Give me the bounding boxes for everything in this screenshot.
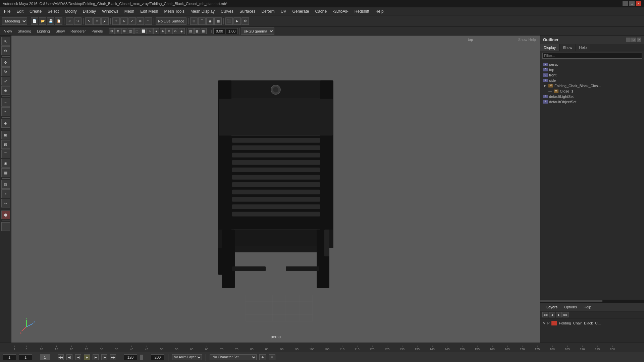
vp-icon-1[interactable]: ⊡: [109, 28, 115, 34]
gamma-select[interactable]: sRGB gamma: [241, 27, 274, 35]
maximize-button[interactable]: □: [629, 1, 635, 6]
anim-layer-select[interactable]: No Anim Layer: [172, 354, 202, 360]
layer-name[interactable]: Folding_Chair_Black_C...: [559, 321, 601, 325]
paint-select-button[interactable]: 🖌: [101, 17, 109, 25]
outliner-hscrollbar-thumb[interactable]: [540, 300, 602, 302]
vp-icon-4[interactable]: ◫: [128, 28, 134, 34]
universal-manip-button[interactable]: ⊕: [137, 17, 144, 25]
soft-manip-button[interactable]: ~: [145, 17, 152, 25]
outliner-minimize[interactable]: —: [626, 38, 631, 42]
menu-modify[interactable]: Modify: [62, 8, 79, 14]
show-help-label[interactable]: Show Help: [518, 38, 536, 42]
char-set-select[interactable]: No Character Set: [210, 354, 257, 360]
redo-button[interactable]: ↪: [74, 17, 82, 25]
layers-nav-last[interactable]: ▶▶: [562, 312, 569, 317]
minimize-button[interactable]: —: [623, 1, 628, 6]
open-file-button[interactable]: 📂: [39, 17, 46, 25]
timeline-start-frame[interactable]: 1: [3, 354, 16, 360]
vp-size-1[interactable]: ▤: [188, 28, 194, 34]
show-manip-tool[interactable]: ⊗: [1, 119, 10, 128]
outliner-item-lightset[interactable]: S defaultLightSet: [540, 94, 644, 99]
vp-icon-6[interactable]: ⬜: [141, 28, 147, 34]
save-as-button[interactable]: 📋: [55, 17, 62, 25]
select-tool-button[interactable]: ↖: [85, 17, 93, 25]
scale-tool-button[interactable]: ⤢: [128, 17, 136, 25]
playback-next-key[interactable]: |▶: [101, 354, 107, 360]
outliner-tab-display[interactable]: Display: [540, 44, 559, 51]
layers-tab-layers[interactable]: Layers: [543, 304, 561, 310]
menu-help[interactable]: Help: [373, 8, 386, 14]
char-set-menu[interactable]: ▼: [269, 354, 275, 360]
layer-visible[interactable]: V: [543, 321, 545, 325]
gamma-input[interactable]: 1.00: [226, 28, 238, 34]
view-menu[interactable]: View: [1, 28, 15, 34]
outliner-hscrollbar[interactable]: [540, 300, 644, 302]
sculpt-tool[interactable]: ⌁: [1, 107, 10, 116]
layers-tab-help[interactable]: Help: [580, 304, 595, 310]
menu-create[interactable]: Create: [27, 8, 44, 14]
lighting-menu[interactable]: Lighting: [34, 28, 53, 34]
undo-button[interactable]: ↩: [66, 17, 73, 25]
outliner-tab-help[interactable]: Help: [576, 44, 591, 51]
vp-icon-7[interactable]: ○: [147, 28, 153, 34]
outliner-search-input[interactable]: [542, 53, 642, 59]
outliner-item-objectset[interactable]: S defaultObjectSet: [540, 99, 644, 105]
vp-icon-3[interactable]: ⊞: [121, 28, 127, 34]
snap-point-button[interactable]: ◉: [206, 17, 214, 25]
layers-nav-prev[interactable]: ◀: [549, 312, 555, 317]
menu-select[interactable]: Select: [45, 8, 61, 14]
soft-mod-tool[interactable]: ~: [1, 98, 10, 107]
vp-icon-9[interactable]: ⊕: [160, 28, 166, 34]
snap-curve-button[interactable]: ⌒: [198, 17, 206, 25]
surface-snap[interactable]: ▦: [1, 168, 10, 177]
render-button[interactable]: ⬛: [225, 17, 233, 25]
paint-select-tool[interactable]: ⊙: [1, 46, 10, 55]
timeline-total-end[interactable]: 200: [151, 354, 164, 360]
outliner-float[interactable]: □: [631, 38, 636, 42]
scale-tool[interactable]: ⤢: [1, 77, 10, 85]
universal-manip[interactable]: ⊕: [1, 86, 10, 95]
outliner-item-close1[interactable]: — M Close_1: [546, 88, 644, 94]
menu-3dttoall[interactable]: -3DtoAll-: [330, 8, 351, 14]
rotate-tool-button[interactable]: ↻: [120, 17, 128, 25]
menu-windows[interactable]: Windows: [99, 8, 121, 14]
timeline-keyframe-box[interactable]: [40, 354, 50, 360]
playback-beginning[interactable]: ◀◀: [58, 354, 64, 360]
vp-size-2[interactable]: ▩: [194, 28, 200, 34]
playback-end[interactable]: ▶▶: [110, 354, 116, 360]
layers-nav-next[interactable]: ▶: [556, 312, 562, 317]
outliner-close[interactable]: ✕: [637, 38, 641, 42]
curve-display[interactable]: ⌒: [1, 149, 10, 158]
outliner-item-persp[interactable]: C persp: [540, 62, 644, 67]
workspace-selector[interactable]: Modeling: [2, 17, 27, 25]
snap-toggle[interactable]: ⊞: [1, 131, 10, 139]
save-file-button[interactable]: 💾: [47, 17, 54, 25]
snap-grid-button[interactable]: ⊞: [190, 17, 198, 25]
close-button[interactable]: ✕: [636, 1, 641, 6]
timeline-ruler[interactable]: 1510152025303540455055606570758085909510…: [0, 343, 644, 352]
vp-icon-11[interactable]: ⊙: [172, 28, 178, 34]
menu-file[interactable]: File: [1, 8, 13, 14]
menu-deform[interactable]: Deform: [259, 8, 277, 14]
menu-uv[interactable]: UV: [278, 8, 289, 14]
vp-icon-12[interactable]: ◈: [179, 28, 185, 34]
menu-mesh-display[interactable]: Mesh Display: [188, 8, 217, 14]
layer-playback[interactable]: P: [547, 321, 550, 325]
outliner-tab-show[interactable]: Show: [559, 44, 576, 51]
menu-mesh-tools[interactable]: Mesh Tools: [162, 8, 187, 14]
set-key-button[interactable]: ⬤: [1, 210, 10, 219]
menu-edit-mesh[interactable]: Edit Mesh: [138, 8, 161, 14]
ipr-render-button[interactable]: ▶: [233, 17, 241, 25]
snap-surface-button[interactable]: ▦: [214, 17, 222, 25]
move-tool-button[interactable]: ✛: [112, 17, 120, 25]
menu-cache[interactable]: Cache: [312, 8, 329, 14]
select-tool[interactable]: ↖: [1, 37, 10, 46]
menu-generate[interactable]: Generate: [289, 8, 312, 14]
renderer-menu[interactable]: Renderer: [68, 28, 89, 34]
outliner-item-top[interactable]: C top: [540, 67, 644, 72]
playback-fwd-frame[interactable]: ▶: [93, 354, 99, 360]
show-menu[interactable]: Show: [53, 28, 68, 34]
exposure-input[interactable]: 0.00: [213, 28, 225, 34]
char-set-icon[interactable]: ⊕: [259, 354, 266, 360]
point-snap[interactable]: ◉: [1, 159, 10, 168]
